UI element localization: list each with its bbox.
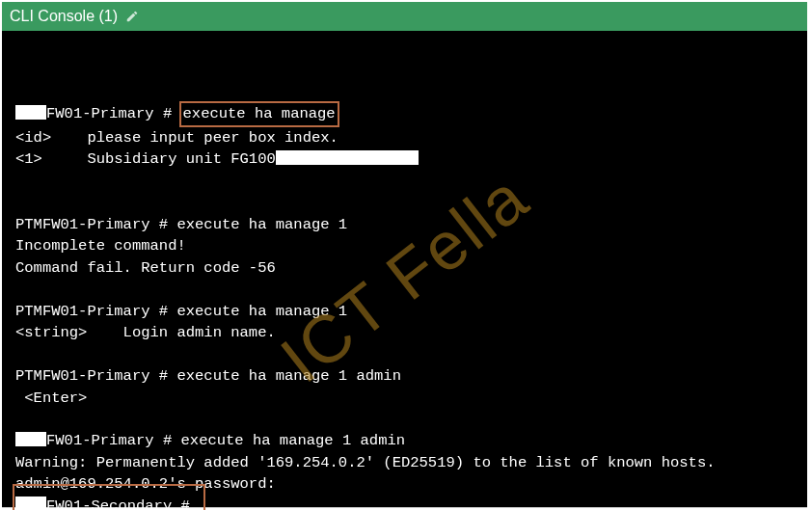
window-titlebar: CLI Console (1) <box>2 2 807 31</box>
terminal-line <box>15 171 798 192</box>
terminal-line: FW01-Primary # execute ha manage <box>15 103 798 126</box>
redaction-block <box>15 432 46 447</box>
terminal-line <box>15 279 798 300</box>
terminal-line: <1> Subsidiary unit FG100 <box>15 148 798 170</box>
terminal-line <box>15 409 798 430</box>
terminal-line <box>15 344 798 365</box>
redaction-block <box>15 497 46 510</box>
pencil-icon[interactable] <box>125 10 139 23</box>
highlighted-command: execute ha manage <box>179 101 339 126</box>
terminal-line: PTMFW01-Primary # execute ha manage 1 ad… <box>15 365 798 387</box>
redaction-block <box>15 105 46 121</box>
terminal-line: PTMFW01-Primary # execute ha manage 1 <box>15 301 798 322</box>
terminal-line: PTMFW01-Primary # execute ha manage 1 <box>15 214 798 235</box>
terminal-line <box>15 192 798 213</box>
terminal-line: <Enter> <box>15 388 798 409</box>
cli-console-window: CLI Console (1) ICT Fella FW01-Primary #… <box>2 2 807 508</box>
terminal-line: Warning: Permanently added '169.254.0.2'… <box>15 452 798 473</box>
terminal-line: FW01-Secondary # <box>15 496 798 510</box>
redaction-block <box>276 150 419 166</box>
terminal-line: <id> please input peer box index. <box>15 127 798 148</box>
window-title: CLI Console (1) <box>10 8 118 25</box>
terminal-lines: FW01-Primary # execute ha manage<id> ple… <box>15 103 798 510</box>
terminal-line: Command fail. Return code -56 <box>15 257 798 279</box>
terminal-body[interactable]: ICT Fella FW01-Primary # execute ha mana… <box>2 31 807 507</box>
terminal-line: <string> Login admin name. <box>15 322 798 343</box>
terminal-line: Incomplete command! <box>15 235 798 256</box>
terminal-line: FW01-Primary # execute ha manage 1 admin <box>15 430 798 451</box>
terminal-line: admin@169.254.0.2's password: <box>15 473 798 495</box>
